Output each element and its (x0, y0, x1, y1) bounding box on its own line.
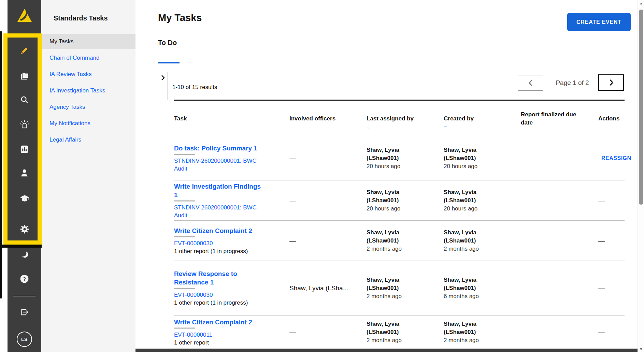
table-row: Write Citizen Complaint 2 EVT-00000030 1… (174, 221, 625, 261)
tab-to-do[interactable]: To Do (158, 39, 177, 47)
folders-icon[interactable] (8, 70, 41, 81)
actions-cell: — (598, 197, 637, 204)
timestamp: 2 months ago (367, 336, 439, 344)
task-title-link[interactable]: Do task: Policy Summary 1 (174, 144, 261, 152)
task-title-link[interactable]: Write Citizen Complaint 2 (174, 318, 261, 326)
task-title-link[interactable]: Write Investigation Findings 1 (174, 182, 261, 199)
help-icon[interactable]: ? (8, 273, 41, 284)
next-page-button[interactable] (598, 74, 624, 91)
sidebar-item-ia-investigation-tasks[interactable]: IA Investigation Tasks (41, 83, 135, 99)
reassign-action-link[interactable]: REASSIGN (598, 155, 637, 161)
page-indicator: Page 1 of 2 (548, 79, 596, 86)
created-by-cell: Shaw, Lyvia (LShaw001) 20 hours ago (444, 146, 516, 171)
scrollbar-thumb[interactable] (639, 10, 643, 205)
vertical-scrollbar[interactable]: ▲ ▼ (638, 0, 644, 352)
task-cell: Review Response to Resistance 1 EVT-0000… (174, 269, 261, 307)
person-name: Shaw, Lyvia (444, 229, 516, 237)
beacon-alert-icon[interactable] (8, 119, 41, 130)
task-note: 1 other report (1 in progress) (174, 299, 261, 307)
last-assigned-cell: Shaw, Lyvia (LShaw001) 2 months ago (367, 276, 439, 300)
logout-icon[interactable] (8, 307, 41, 318)
last-assigned-cell: Shaw, Lyvia (LShaw001) 2 months ago (367, 229, 439, 253)
person-name: Shaw, Lyvia (367, 146, 439, 154)
previous-page-button[interactable] (518, 75, 543, 91)
involved-officers-cell: — (289, 197, 364, 204)
task-cell: Do task: Policy Summary 1 STNDINV-260200… (174, 144, 261, 173)
task-ref-link[interactable]: EVT-00000030 (174, 239, 261, 247)
last-assigned-cell: Shaw, Lyvia (LShaw001) 20 hours ago (367, 146, 439, 171)
header-created-by[interactable]: Created by – (444, 106, 516, 131)
task-ref-link[interactable]: STNDINV-260200000001: BWC Audit (174, 203, 261, 219)
task-title-link[interactable]: Review Response to Resistance 1 (174, 269, 261, 287)
task-ref-link[interactable]: STNDINV-260200000001: BWC Audit (174, 157, 261, 173)
settings-gear-icon[interactable] (8, 224, 41, 235)
scroll-down-icon[interactable]: ▼ (638, 347, 644, 351)
dark-mode-moon-icon[interactable] (8, 249, 41, 260)
person-name: Shaw, Lyvia (367, 229, 439, 237)
person-id: (LShaw001) (367, 154, 439, 162)
person-id: (LShaw001) (444, 196, 516, 205)
app-logo[interactable] (8, 8, 41, 25)
person-name: Shaw, Lyvia (444, 276, 516, 284)
task-ref-link[interactable]: EVT-00000011 (174, 331, 261, 338)
last-assigned-cell: Shaw, Lyvia (LShaw001) 20 hours ago (367, 188, 439, 213)
task-title-underline (174, 288, 195, 289)
table-expander-chevron[interactable] (159, 74, 168, 82)
header-actions: Actions (598, 115, 637, 123)
involved-officers-cell: — (289, 328, 364, 336)
header-report-finalized-due-date[interactable]: Report finalized due date (521, 111, 584, 127)
logo-triangle-icon (16, 8, 33, 25)
created-by-cell: Shaw, Lyvia (LShaw001) 20 hours ago (444, 188, 516, 213)
scroll-up-icon[interactable]: ▲ (638, 1, 644, 5)
table-row: Write Citizen Complaint 2 EVT-00000011 1… (174, 316, 625, 349)
person-name: Shaw, Lyvia (444, 320, 516, 328)
sort-descending-icon[interactable]: ↓ (367, 123, 370, 130)
header-last-assigned-label: Last assigned by (367, 115, 414, 122)
pencil-icon[interactable] (8, 45, 41, 56)
bar-chart-icon[interactable] (8, 144, 41, 155)
task-ref-link[interactable]: EVT-00000030 (174, 291, 261, 299)
person-id: (LShaw001) (367, 284, 439, 292)
search-icon[interactable] (8, 95, 41, 105)
involved-officers-cell: Shaw, Lyvia (LSha... (289, 284, 364, 292)
avatar[interactable]: LS (17, 332, 32, 347)
sidebar-item-my-notifications[interactable]: My Notifications (41, 115, 135, 132)
task-cell: Write Citizen Complaint 2 EVT-00000030 1… (174, 226, 261, 255)
results-count: 1-10 of 15 results (172, 84, 217, 91)
table-row: Write Investigation Findings 1 STNDINV-2… (174, 180, 625, 221)
sidebar-item-my-tasks[interactable]: My Tasks (41, 34, 135, 49)
table-row: Review Response to Resistance 1 EVT-0000… (174, 261, 625, 316)
sidebar-item-chain-of-command[interactable]: Chain of Command (41, 50, 135, 66)
svg-text:?: ? (23, 276, 26, 282)
header-involved-officers[interactable]: Involved officers (289, 115, 364, 123)
header-last-assigned-by[interactable]: Last assigned by ↓ (367, 106, 439, 131)
timestamp: 20 hours ago (367, 205, 439, 213)
timestamp: 2 months ago (444, 245, 516, 253)
person-name: Shaw, Lyvia (367, 188, 439, 196)
timestamp: 2 months ago (367, 245, 439, 253)
header-task[interactable]: Task (174, 115, 261, 123)
sidebar-item-ia-review-tasks[interactable]: IA Review Tasks (41, 66, 135, 83)
timestamp: 2 months ago (444, 336, 516, 344)
actions-cell: — (598, 284, 637, 292)
task-title-underline (174, 236, 195, 237)
actions-cell: — (598, 237, 637, 245)
task-title-link[interactable]: Write Citizen Complaint 2 (174, 226, 261, 235)
task-cell: Write Citizen Complaint 2 EVT-00000011 1… (174, 318, 261, 347)
avatar-initials: LS (21, 337, 28, 342)
sidebar-item-legal-affairs[interactable]: Legal Affairs (41, 132, 135, 148)
sidebar-nav: My Tasks Chain of Command IA Review Task… (41, 34, 135, 148)
horizontal-scrollbar[interactable] (135, 349, 638, 352)
sidebar-item-agency-tasks[interactable]: Agency Tasks (41, 99, 135, 115)
person-id: (LShaw001) (367, 196, 439, 205)
education-cap-icon[interactable] (8, 193, 41, 204)
tab-active-underline (158, 62, 180, 63)
create-event-button[interactable]: CREATE EVENT (567, 13, 631, 31)
toolbar-divider (167, 72, 168, 100)
person-icon[interactable] (8, 167, 41, 178)
sort-none-icon[interactable]: – (444, 123, 447, 130)
task-title-underline (174, 200, 195, 201)
person-name: Shaw, Lyvia (367, 320, 439, 328)
person-id: (LShaw001) (367, 237, 439, 245)
person-id: (LShaw001) (444, 237, 516, 245)
